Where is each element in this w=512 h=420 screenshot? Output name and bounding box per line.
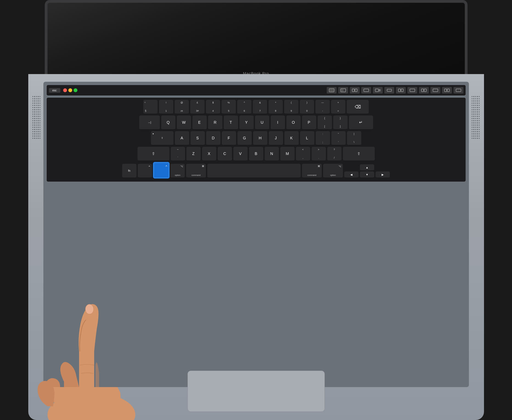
key-tilde[interactable]: ~ ` <box>171 147 185 161</box>
key-period[interactable]: > . <box>312 147 326 161</box>
key-o[interactable]: O <box>286 115 301 130</box>
key-option-right[interactable]: ⌥ option <box>323 164 343 178</box>
tb-widget-2[interactable] <box>338 87 348 94</box>
key-bracket-r[interactable]: } ] <box>333 115 348 130</box>
key-space[interactable] <box>207 164 301 178</box>
key-backspace[interactable]: ⌫ <box>347 100 369 114</box>
trackpad[interactable] <box>188 371 325 412</box>
key-x[interactable]: X <box>202 147 216 161</box>
asdf-row: ● ⇪ A S D F G H J K L : ; <box>49 131 463 145</box>
tb-widget-7[interactable] <box>396 87 406 94</box>
hand-overlay <box>37 283 160 420</box>
key-k[interactable]: K <box>284 131 299 145</box>
key-t[interactable]: T <box>224 115 238 130</box>
key-9[interactable]: ( 9 <box>284 100 298 114</box>
tb-widget-10[interactable] <box>430 87 440 94</box>
laptop-body: esc <box>28 74 484 420</box>
svg-rect-11 <box>401 89 403 92</box>
svg-rect-15 <box>433 89 438 92</box>
key-n[interactable]: N <box>265 147 279 161</box>
key-f[interactable]: F <box>222 131 236 145</box>
tb-widget-11[interactable] <box>442 87 452 94</box>
key-i[interactable]: I <box>271 115 285 130</box>
number-row: ± § ! 1 @ 2€ £ 3# <box>49 100 463 114</box>
key-e[interactable]: E <box>192 115 207 130</box>
key-b[interactable]: B <box>249 147 263 161</box>
key-1[interactable]: ! 1 <box>159 100 173 114</box>
tb-widget-3[interactable] <box>350 87 360 94</box>
key-8[interactable]: * 8 <box>268 100 283 114</box>
key-shift-left[interactable]: ⇧ <box>138 147 169 161</box>
key-j[interactable]: J <box>269 131 283 145</box>
svg-rect-16 <box>444 89 447 92</box>
key-option-left[interactable]: ⌥ option <box>170 164 185 178</box>
key-arrow-right[interactable]: ▶ <box>376 171 390 178</box>
key-d[interactable]: D <box>206 131 220 145</box>
key-backslash[interactable]: | \ <box>347 131 361 145</box>
key-ctrl-left[interactable]: ⌃ <box>138 164 152 178</box>
svg-rect-5 <box>355 89 357 92</box>
key-p[interactable]: P <box>302 115 316 130</box>
key-0[interactable]: ) 0 <box>300 100 314 114</box>
key-w[interactable]: W <box>177 115 191 130</box>
key-quote[interactable]: " ' <box>331 131 346 145</box>
key-6[interactable]: ^ 6 <box>237 100 251 114</box>
minimize-button[interactable] <box>68 88 72 92</box>
arrow-cluster: ▲ ◀ ▼ ▶ <box>344 164 390 178</box>
keyboard: ± § ! 1 @ 2€ £ 3# <box>47 98 466 182</box>
tb-widget-6[interactable] <box>384 87 394 94</box>
tb-widget-4[interactable] <box>361 87 371 94</box>
bottom-row: fn ⌃ ^ ⌥ option ⌘ command <box>49 162 463 178</box>
key-arrow-down[interactable]: ▼ <box>360 171 374 178</box>
key-return[interactable]: ↵ <box>349 115 373 130</box>
key-s[interactable]: S <box>191 131 205 145</box>
key-5[interactable]: % 5 <box>222 100 236 114</box>
tb-widget-8[interactable] <box>407 87 417 94</box>
key-u[interactable]: U <box>255 115 269 130</box>
key-section[interactable]: ± § <box>143 100 158 114</box>
key-2[interactable]: @ 2€ <box>175 100 189 114</box>
key-equal[interactable]: + = <box>331 100 345 114</box>
key-semicolon[interactable]: : ; <box>316 131 330 145</box>
tb-widget-12[interactable] <box>454 87 463 94</box>
key-r[interactable]: R <box>208 115 222 130</box>
key-3[interactable]: £ 3# <box>190 100 205 114</box>
hand-svg <box>37 283 160 420</box>
key-m[interactable]: M <box>280 147 295 161</box>
key-7[interactable]: & 7 <box>253 100 267 114</box>
touch-bar[interactable]: esc <box>47 85 466 95</box>
tb-widget-1[interactable] <box>327 87 337 94</box>
maximize-button[interactable] <box>74 88 77 92</box>
key-highlighted-ctrl[interactable]: ^ <box>153 162 169 178</box>
svg-rect-10 <box>398 89 401 92</box>
key-4[interactable]: $ 4 <box>206 100 220 114</box>
key-tab[interactable]: →| <box>139 115 160 130</box>
key-minus[interactable]: — - <box>315 100 330 114</box>
key-y[interactable]: Y <box>239 115 254 130</box>
key-bracket-l[interactable]: { [ <box>318 115 332 130</box>
esc-key[interactable]: esc <box>49 88 60 93</box>
key-slash[interactable]: ? / <box>327 147 342 161</box>
key-shift-right[interactable]: ⇧ <box>343 147 375 161</box>
key-z[interactable]: Z <box>186 147 201 161</box>
key-arrow-up[interactable]: ▲ <box>360 164 374 171</box>
touch-bar-widgets[interactable] <box>327 87 463 94</box>
close-button[interactable] <box>63 88 67 92</box>
qwerty-row: →| Q W E R T Y U I O P { [ <box>49 115 463 130</box>
key-arrow-left[interactable]: ◀ <box>344 171 359 178</box>
key-c[interactable]: C <box>218 147 232 161</box>
speaker-left <box>32 96 41 178</box>
tb-widget-5[interactable] <box>373 87 383 94</box>
key-comma[interactable]: < , <box>296 147 310 161</box>
key-command-left[interactable]: ⌘ command <box>186 164 206 178</box>
key-l[interactable]: L <box>300 131 314 145</box>
key-capslock[interactable]: ● ⇪ <box>151 131 174 145</box>
key-h[interactable]: H <box>253 131 267 145</box>
tb-widget-9[interactable] <box>419 87 429 94</box>
key-v[interactable]: V <box>233 147 248 161</box>
key-fn[interactable]: fn <box>122 164 136 178</box>
key-command-right[interactable]: ⌘ command <box>302 164 322 178</box>
key-a[interactable]: A <box>175 131 189 145</box>
key-q[interactable]: Q <box>161 115 175 130</box>
key-g[interactable]: G <box>237 131 252 145</box>
